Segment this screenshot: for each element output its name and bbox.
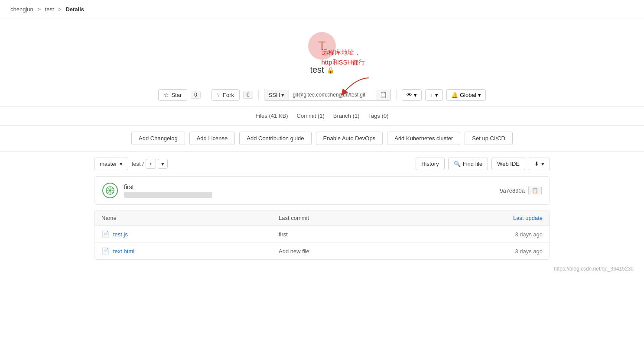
breadcrumb-user[interactable]: chengjun xyxy=(10,6,33,13)
copy-hash-button[interactable]: 📋 xyxy=(528,186,542,195)
star-button[interactable]: ☆ Star xyxy=(158,89,187,101)
file-commit-texthtml: Add new file xyxy=(279,248,456,255)
repo-avatar: T xyxy=(308,32,336,60)
breadcrumb: chengjun > test > Details xyxy=(0,0,644,19)
commit-info: first ████████████████████████ xyxy=(124,184,494,198)
commit-hash: 9a7e890a xyxy=(500,187,525,194)
svg-line-10 xyxy=(107,192,109,194)
add-changelog-button[interactable]: Add Changelog xyxy=(131,132,185,145)
repo-name: test 🔒 xyxy=(0,65,644,75)
commit-stat[interactable]: Commit (1) xyxy=(297,113,325,119)
commit-hash-area: 9a7e890a 📋 xyxy=(500,186,542,195)
find-file-button[interactable]: 🔍 Find file xyxy=(448,158,488,170)
chevron-down-icon: ▾ xyxy=(281,92,284,98)
svg-line-7 xyxy=(107,187,109,189)
star-icon: ☆ xyxy=(164,92,169,98)
col-update-header: Last update xyxy=(456,215,543,221)
tags-stat[interactable]: Tags (0) xyxy=(368,113,389,119)
star-count: 0 xyxy=(191,91,201,99)
footer-watermark: https://blog.csdn.net/qq_36415230 xyxy=(0,260,644,278)
ssh-url-display: git@gitee.com:chengjun/test.git xyxy=(289,90,376,100)
chevron-down-icon-plus: ▾ xyxy=(435,92,438,98)
branch-stat[interactable]: Branch (1) xyxy=(333,113,360,119)
chevron-down-icon-watch: ▾ xyxy=(414,92,417,98)
watch-button[interactable]: 👁 ▾ xyxy=(402,89,422,101)
file-table: Name Last commit Last update 📄 test.js f… xyxy=(94,210,550,260)
lock-icon: 🔒 xyxy=(327,67,334,74)
stats-bar: Files (41 KB) Commit (1) Branch (1) Tags… xyxy=(0,106,644,126)
separator-1 xyxy=(206,90,206,100)
path-dropdown-button[interactable]: ▾ xyxy=(158,159,168,169)
clone-icon: ⬇ xyxy=(534,161,539,167)
add-license-button[interactable]: Add License xyxy=(189,132,235,145)
eye-icon: 👁 xyxy=(407,92,412,98)
commit-box: first ████████████████████████ 9a7e890a … xyxy=(94,176,550,205)
chevron-down-icon-branch: ▾ xyxy=(120,161,123,167)
file-date-testjs: 3 days ago xyxy=(456,231,543,238)
branch-left: master ▾ test / + ▾ xyxy=(94,158,168,170)
file-date-texthtml: 3 days ago xyxy=(456,248,543,255)
repo-header: T test 🔒 xyxy=(0,19,644,84)
copy-url-button[interactable]: 📋 xyxy=(376,89,390,100)
commit-title: first xyxy=(124,184,494,190)
ssh-group: SSH ▾ git@gitee.com:chengjun/test.git 📋 xyxy=(264,89,391,101)
fork-count: 0 xyxy=(243,91,253,99)
chevron-down-icon-clone: ▾ xyxy=(541,161,544,167)
file-name-texthtml[interactable]: 📄 text.html xyxy=(101,247,279,255)
add-kubernetes-button[interactable]: Add Kubernetes cluster xyxy=(387,132,460,145)
file-row: 📄 text.html Add new file 3 days ago xyxy=(94,243,550,259)
separator-3 xyxy=(396,90,397,100)
setup-cicd-button[interactable]: Set up CI/CD xyxy=(465,132,513,145)
branch-right: History 🔍 Find file Web IDE ⬇ ▾ xyxy=(416,158,550,170)
col-name-header: Name xyxy=(101,215,279,221)
svg-point-2 xyxy=(109,189,111,192)
breadcrumb-current: Details xyxy=(65,6,84,13)
breadcrumb-sep1: > xyxy=(37,6,41,13)
file-table-header: Name Last commit Last update xyxy=(94,210,550,226)
file-name-testjs[interactable]: 📄 test.js xyxy=(101,230,279,238)
separator-2 xyxy=(258,90,259,100)
col-commit-header: Last commit xyxy=(279,215,456,221)
branch-bar: master ▾ test / + ▾ History 🔍 Find file … xyxy=(94,152,550,176)
file-commit-testjs: first xyxy=(279,231,456,238)
chevron-down-icon-bell: ▾ xyxy=(478,92,481,98)
breadcrumb-repo[interactable]: test xyxy=(45,6,54,13)
branch-path: test / + ▾ xyxy=(132,159,168,169)
file-icon: 📄 xyxy=(101,230,110,238)
fork-button[interactable]: ⑂ Fork xyxy=(211,89,240,101)
file-icon: 📄 xyxy=(101,247,110,255)
clone-dropdown-button[interactable]: ⬇ ▾ xyxy=(529,158,550,170)
history-button[interactable]: History xyxy=(416,158,444,170)
commit-avatar xyxy=(102,183,118,198)
commit-sub: ████████████████████████ xyxy=(124,192,494,198)
bell-icon: 🔔 xyxy=(451,92,458,98)
enable-devops-button[interactable]: Enable Auto DevOps xyxy=(316,132,383,145)
toolbar: ☆ Star 0 ⑂ Fork 0 远程库地址， http和SSH都行 SSH … xyxy=(0,84,644,106)
ssh-url-group: 远程库地址， http和SSH都行 SSH ▾ git@gitee.com:ch… xyxy=(264,89,391,101)
ssh-dropdown-btn[interactable]: SSH ▾ xyxy=(264,90,289,100)
commit-author-blurred: ████████████████████████ xyxy=(124,192,212,198)
add-path-button[interactable]: + xyxy=(146,159,156,169)
quick-actions-bar: Add Changelog Add License Add Contributi… xyxy=(0,126,644,152)
breadcrumb-sep2: > xyxy=(58,6,62,13)
file-row: 📄 test.js first 3 days ago xyxy=(94,226,550,243)
fork-icon: ⑂ xyxy=(217,92,221,98)
svg-line-9 xyxy=(111,187,113,189)
branch-select-btn[interactable]: master ▾ xyxy=(94,158,128,170)
files-stat[interactable]: Files (41 KB) xyxy=(255,113,288,119)
repo-content: master ▾ test / + ▾ History 🔍 Find file … xyxy=(84,152,560,260)
bell-button[interactable]: 🔔 Global ▾ xyxy=(446,89,486,101)
search-icon: 🔍 xyxy=(454,161,461,167)
svg-line-8 xyxy=(111,192,113,194)
plus-button[interactable]: + ▾ xyxy=(425,89,443,101)
web-ide-button[interactable]: Web IDE xyxy=(491,158,525,170)
add-contribution-button[interactable]: Add Contribution guide xyxy=(239,132,311,145)
